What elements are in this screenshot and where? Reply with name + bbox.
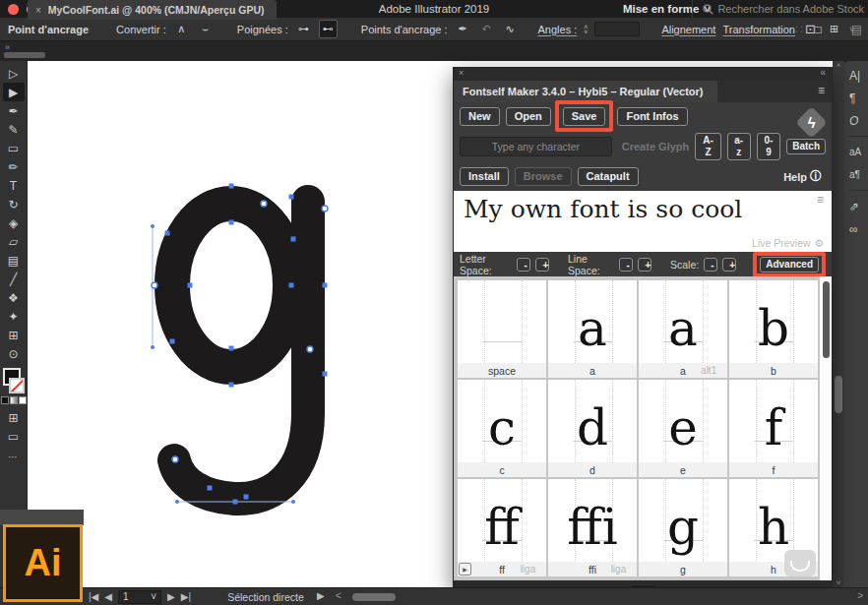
advanced-button[interactable]: Advanced (760, 257, 819, 272)
shear-tool[interactable]: ▱ (3, 232, 25, 251)
opentype-panel-icon[interactable]: O (849, 110, 868, 131)
type-tool[interactable]: T (3, 176, 25, 195)
letter-space-minus-button[interactable]: - (517, 258, 530, 272)
preview-text[interactable]: My own font is so cool (464, 195, 742, 223)
pen-tool[interactable]: ✒ (3, 101, 25, 120)
stepper-down-icon[interactable]: ˅ (584, 30, 588, 34)
export-panel-icon[interactable]: ⇗ (849, 196, 868, 216)
screen-mode-icon[interactable]: ▭ (3, 427, 25, 446)
uppercase-button[interactable]: A-Z (695, 133, 720, 160)
font-infos-button[interactable]: Font Infos (617, 107, 687, 126)
gradient-tool[interactable]: ▤ (3, 251, 25, 270)
glyph-cell-e[interactable]: e (639, 380, 727, 462)
scroll-right-icon[interactable]: > (857, 590, 863, 601)
line-space-plus-button[interactable]: + (638, 258, 651, 272)
draw-mode-icon[interactable]: ⊞ (3, 408, 25, 427)
batch-button[interactable]: Batch (786, 139, 826, 154)
grid-icon[interactable]: ∷ (795, 23, 803, 36)
paintbrush-tool[interactable]: ✏ (3, 157, 25, 176)
selection-tool[interactable]: ▷ (3, 64, 25, 83)
save-button[interactable]: Save (563, 107, 606, 126)
glyph-grid-scroll-thumb[interactable] (823, 281, 830, 358)
scale-minus-button[interactable]: - (704, 258, 717, 272)
glyph-cell-g[interactable]: g (639, 479, 727, 562)
fill-stroke-wells[interactable] (3, 368, 25, 393)
glyph-grid-scrollbar[interactable] (820, 276, 832, 580)
paragraph-panel-icon[interactable]: ¶ (849, 88, 868, 108)
first-artboard-icon[interactable]: |◀ (89, 591, 98, 602)
glyph-cell-ffi[interactable]: ffi (548, 479, 637, 562)
rectangle-tool[interactable]: ▭ (3, 139, 25, 157)
expand-panel-icon[interactable]: » (5, 42, 10, 52)
horizontal-scroll-thumb[interactable] (352, 593, 396, 601)
eraser-tool[interactable]: ◈ (3, 213, 25, 232)
letter-space-plus-button[interactable]: + (535, 258, 549, 272)
status-arrow-icon[interactable]: ▶ (317, 590, 325, 601)
glyph-cell-a-alt1[interactable]: a (639, 280, 727, 363)
vertical-scroll-thumb[interactable] (835, 376, 842, 413)
handle-end[interactable] (175, 500, 179, 504)
align-link[interactable]: Alignement (661, 24, 715, 35)
connect-anchor-icon[interactable]: ↶ (478, 21, 495, 37)
color-mode-row[interactable] (1, 396, 27, 404)
character-styles-panel-icon[interactable]: aA (849, 142, 868, 162)
line-space-minus-button[interactable]: - (619, 258, 633, 272)
fontself-feedback-button[interactable] (784, 550, 816, 576)
paragraph-styles-panel-icon[interactable]: a¶ (849, 164, 868, 185)
curvature-tool[interactable]: ✎ (3, 120, 25, 139)
browse-button[interactable]: Browse (515, 167, 572, 186)
angles-input[interactable] (594, 22, 640, 36)
adobe-stock-search[interactable]: Rechercher dans Adobe Stock (692, 0, 864, 18)
rotate-tool[interactable]: ↻ (3, 195, 25, 213)
convert-smooth-icon[interactable]: ⌣ (197, 21, 214, 37)
create-glyph-button[interactable]: Create Glyph (622, 141, 689, 152)
glyph-cell-d[interactable]: d (548, 380, 637, 462)
glyph-cell-b[interactable]: b (729, 280, 818, 363)
character-panel-icon[interactable]: A| (849, 65, 868, 86)
scroll-up-icon[interactable]: ˄ (833, 61, 844, 70)
glyph-cell-a[interactable]: a (548, 280, 637, 363)
digits-button[interactable]: 0-9 (757, 133, 781, 160)
links-panel-icon[interactable]: ∞ (849, 218, 868, 239)
angles-label[interactable]: Angles : (538, 24, 578, 35)
scroll-down-icon[interactable]: ˅ (833, 578, 844, 587)
eyedropper-tool[interactable]: ╱ (3, 270, 25, 288)
catapult-button[interactable]: Catapult (578, 167, 639, 186)
chevron-down-icon[interactable]: ˅ (833, 26, 837, 34)
play-icon[interactable]: ▶ (459, 563, 471, 575)
illustrator-app-badge[interactable]: Ai (3, 524, 83, 602)
character-input[interactable] (460, 137, 612, 156)
symbol-sprayer-tool[interactable]: ✦ (3, 307, 25, 326)
dock-arrange-icon[interactable]: ⊐ (813, 23, 823, 36)
glyph-cell-space[interactable] (458, 280, 546, 363)
color-mode-icon[interactable] (1, 396, 9, 404)
new-button[interactable]: New (460, 107, 500, 126)
blend-tool[interactable]: ❖ (3, 288, 25, 307)
artboard-tool[interactable]: ⊞ (3, 326, 25, 344)
zoom-tool[interactable]: ⊙ (3, 344, 25, 363)
none-mode-icon[interactable] (19, 396, 27, 404)
angles-stepper[interactable]: ˄ ˅ (584, 25, 588, 34)
open-button[interactable]: Open (506, 107, 551, 126)
cut-path-icon[interactable]: ∿ (502, 21, 519, 37)
prev-artboard-icon[interactable]: ◀ (104, 591, 112, 602)
preview-menu-icon[interactable]: ≡ (817, 193, 824, 207)
fontself-tab[interactable]: Fontself Maker 3.4.0 – Hybi5 – Regular (… (454, 81, 717, 102)
close-tab-icon[interactable]: × (35, 5, 41, 16)
more-tools-icon[interactable]: ⋯ (8, 452, 19, 462)
glyph-cell-f[interactable]: f (729, 380, 818, 462)
artboard-select[interactable]: 1 ˅ (118, 590, 161, 604)
canvas-vertical-scrollbar[interactable]: ˄ ˅ (833, 61, 844, 588)
handle-end[interactable] (151, 224, 155, 228)
show-handles-icon[interactable]: ⊷ (319, 20, 338, 38)
list-icon[interactable]: ▤ (851, 23, 862, 36)
next-artboard-icon[interactable]: ▶ (167, 591, 175, 602)
transform-link[interactable]: Transformation (722, 24, 795, 35)
glyph-cell-ff[interactable]: ff (458, 479, 546, 562)
lowercase-button[interactable]: a-z (727, 133, 751, 160)
help-link[interactable]: Help ⓘ (783, 168, 826, 185)
close-window-button[interactable] (8, 4, 19, 15)
live-preview-area[interactable]: My own font is so cool ≡ Live Preview ⚙ (454, 191, 832, 252)
scale-plus-button[interactable]: + (722, 258, 736, 272)
gradient-mode-icon[interactable] (10, 396, 18, 404)
